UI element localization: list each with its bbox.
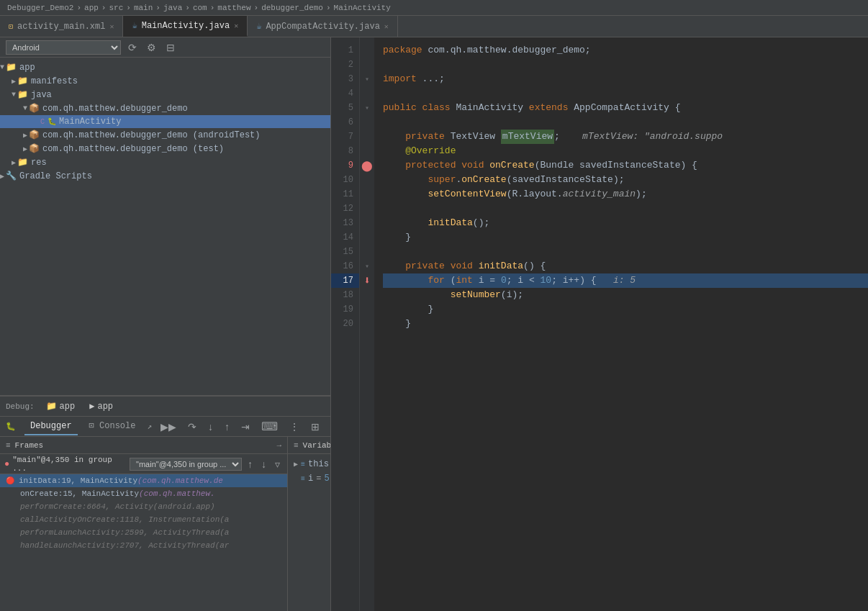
tab-compat-close[interactable]: ✕ bbox=[384, 22, 389, 31]
frame-item[interactable]: performCreate:6664, Activity (android.ap… bbox=[0, 500, 287, 513]
step-into-btn[interactable]: ↓ bbox=[205, 420, 216, 434]
console-arrow-icon: ↗ bbox=[147, 422, 152, 431]
code-indent bbox=[383, 173, 428, 187]
code-line-16: private void initData () { bbox=[383, 259, 868, 273]
tree-item-pkg-main[interactable]: ▼ 📦 com.qh.matthew.debugger_demo bbox=[0, 101, 330, 115]
editor-area: 1 2 3 4 5 6 7 8 9 10 11 12 13 14 15 16 1 bbox=[331, 37, 868, 611]
tab-xml-close[interactable]: ✕ bbox=[109, 22, 114, 31]
tab-xml[interactable]: ⊡ activity_main.xml ✕ bbox=[0, 16, 123, 37]
tab-compat[interactable]: ☕ AppCompatActivity.java ✕ bbox=[248, 16, 398, 37]
debug-app-tab-icon[interactable]: 📁 app bbox=[40, 399, 81, 413]
gutter-marker bbox=[360, 230, 374, 245]
android-select[interactable]: Android bbox=[6, 40, 121, 55]
settings-btn[interactable]: ⚙ bbox=[144, 40, 159, 55]
var-value-i: 5 bbox=[324, 474, 329, 484]
variable-i[interactable]: ▶ ≡ i = 5 bbox=[288, 471, 330, 486]
gutter-marker bbox=[360, 130, 374, 144]
tree-item-res[interactable]: ▶ 📁 res bbox=[0, 155, 330, 169]
run-cursor-btn[interactable]: ⇥ bbox=[238, 420, 253, 434]
code-text: () { bbox=[523, 259, 546, 273]
code-text: . bbox=[456, 173, 461, 187]
code-line-11: setContentView (R.layout. activity_main … bbox=[383, 187, 868, 202]
tree-item-pkg-test[interactable]: ▶ 📦 com.qh.matthew.debugger_demo (androi… bbox=[0, 128, 330, 142]
variable-this[interactable]: ▶ ≡ this = {MainActivity@4649} bbox=[288, 457, 330, 471]
folder-icon: 📁 bbox=[17, 157, 28, 168]
gutter-marker bbox=[360, 216, 374, 230]
expand-icon[interactable]: ▶ bbox=[294, 460, 298, 469]
tab-compat-label: AppCompatActivity.java bbox=[266, 22, 379, 32]
layout-btn[interactable]: ⊞ bbox=[308, 420, 322, 434]
code-indent bbox=[383, 273, 428, 288]
line-num: 7 bbox=[331, 130, 359, 144]
tree-item-java[interactable]: ▼ 📁 java bbox=[0, 88, 330, 101]
code-line-5: public class MainActivity extends AppCom… bbox=[383, 101, 868, 115]
var-equals: = bbox=[316, 474, 321, 484]
resume-btn[interactable]: ▶▶ bbox=[158, 420, 179, 434]
tree-item-app[interactable]: ▼ 📁 app bbox=[0, 60, 330, 74]
thread-label: "main"@4,350 in group ... bbox=[12, 456, 127, 473]
collapse-btn[interactable]: ⊟ bbox=[163, 40, 178, 55]
tree-label-java: java bbox=[31, 90, 52, 100]
frame-item[interactable]: performLaunchActivity:2599, ActivityThre… bbox=[0, 526, 287, 539]
tab-debugger[interactable]: Debugger bbox=[24, 418, 78, 435]
tab-console[interactable]: ⊡ Console bbox=[83, 417, 142, 435]
step-out-btn[interactable]: ↑ bbox=[222, 420, 232, 434]
keyword: import bbox=[383, 72, 422, 86]
tree-item-mainactivity[interactable]: ▶ C 🐛 MainActivity bbox=[0, 115, 330, 128]
frame-item[interactable]: onCreate:15, MainActivity (com.qh.matthe… bbox=[0, 487, 287, 500]
code-indent bbox=[383, 130, 405, 144]
frame-item[interactable]: callActivityOnCreate:1118, Instrumentati… bbox=[0, 513, 287, 526]
frame-item[interactable]: 🔴 initData:19, MainActivity (com.qh.matt… bbox=[0, 474, 287, 487]
line-num-current: 17 bbox=[331, 273, 359, 288]
code-text: ...; bbox=[422, 72, 445, 86]
debug-app-tab-run[interactable]: ▶ app bbox=[83, 399, 119, 413]
keyword: int bbox=[456, 273, 478, 288]
debug-value: i: 5 bbox=[613, 273, 636, 288]
frame-class: (ar bbox=[215, 541, 230, 550]
main-layout: Android ⟳ ⚙ ⊟ ▼ 📁 app ▶ 📁 manifests bbox=[0, 37, 868, 611]
class-name: AppCompatActivity bbox=[574, 101, 674, 115]
thread-down-btn[interactable]: ↓ bbox=[258, 457, 269, 471]
code-indent bbox=[383, 230, 405, 245]
method-name: initData bbox=[428, 216, 472, 230]
gutter-fold[interactable]: ▾ bbox=[360, 101, 374, 115]
thread-dropdown[interactable]: "main"@4,350 in group ... bbox=[130, 458, 242, 471]
step-over-btn[interactable]: ↷ bbox=[185, 420, 199, 434]
console-icon: ⊡ bbox=[89, 421, 94, 431]
frames-list-icon: ≡ bbox=[6, 441, 11, 450]
more-btn[interactable]: ⋮ bbox=[286, 420, 302, 434]
code-text: } bbox=[405, 317, 411, 331]
tree-item-gradle[interactable]: ▶ 🔧 Gradle Scripts bbox=[0, 169, 330, 183]
line-num: 19 bbox=[331, 302, 359, 317]
xml-icon: ⊡ bbox=[9, 22, 13, 31]
gutter-fold[interactable]: ▾ bbox=[360, 72, 374, 86]
gutter-current-breakpoint[interactable]: ⬇ bbox=[360, 273, 374, 288]
sync-btn[interactable]: ⟳ bbox=[125, 40, 140, 55]
tab-main-close[interactable]: ✕ bbox=[234, 22, 238, 30]
code-editor[interactable]: 1 2 3 4 5 6 7 8 9 10 11 12 13 14 15 16 1 bbox=[331, 37, 868, 611]
gutter-breakpoint[interactable]: ⬤ bbox=[360, 158, 374, 173]
code-area: 1 2 3 4 5 6 7 8 9 10 11 12 13 14 15 16 1 bbox=[331, 37, 868, 611]
thread-filter-btn[interactable]: ▿ bbox=[272, 457, 283, 471]
code-text: (savedInstanceState); bbox=[507, 173, 625, 187]
line-num: 8 bbox=[331, 144, 359, 158]
code-indent bbox=[383, 288, 451, 302]
line-num: 1 bbox=[331, 43, 359, 58]
android-toolbar: Android ⟳ ⚙ ⊟ bbox=[0, 37, 330, 58]
gutter-marker bbox=[360, 115, 374, 130]
code-line-8: @Override bbox=[383, 144, 868, 158]
evaluate-btn[interactable]: ⌨ bbox=[258, 418, 281, 435]
frames-toolbar: ● "main"@4,350 in group ... "main"@4,350… bbox=[0, 454, 287, 474]
code-line-2 bbox=[383, 58, 868, 72]
thread-up-btn[interactable]: ↑ bbox=[245, 457, 256, 471]
gutter-fold[interactable]: ▾ bbox=[360, 259, 374, 273]
code-text: { bbox=[675, 101, 681, 115]
tree-label-mainactivity: MainActivity bbox=[59, 117, 121, 127]
tree-item-pkg-test2[interactable]: ▶ 📦 com.qh.matthew.debugger_demo (test) bbox=[0, 142, 330, 155]
tab-main[interactable]: ☕ MainActivity.java ✕ bbox=[123, 16, 248, 37]
code-text: ); bbox=[636, 187, 647, 202]
frame-item[interactable]: handleLaunchActivity:2707, ActivityThrea… bbox=[0, 539, 287, 552]
debug-label: Debug: bbox=[6, 402, 35, 411]
tree-item-manifests[interactable]: ▶ 📁 manifests bbox=[0, 74, 330, 88]
frame-class: (com.qh.matthew.de bbox=[137, 476, 223, 485]
